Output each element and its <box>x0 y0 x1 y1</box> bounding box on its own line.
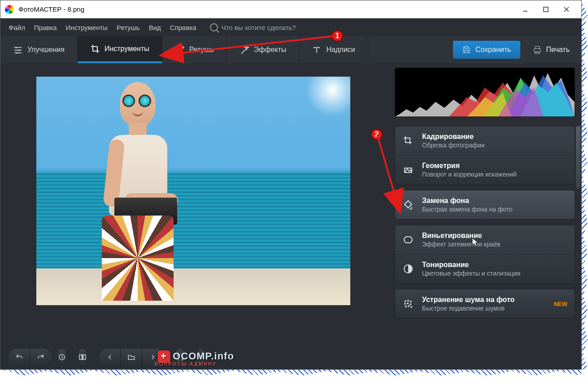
vignette-icon <box>402 234 414 246</box>
tab-retouch[interactable]: Ретушь <box>162 36 227 63</box>
menu-retouch[interactable]: Ретушь <box>117 24 140 31</box>
minimize-button[interactable] <box>515 1 536 18</box>
tab-effects-label: Эффекты <box>254 46 287 54</box>
svg-point-22 <box>410 304 411 305</box>
main-tabs: Улучшения Инструменты Ретушь Эффекты Над… <box>0 36 581 63</box>
browse-button[interactable] <box>121 349 142 366</box>
wand-icon <box>240 45 249 55</box>
plus-icon <box>197 353 205 361</box>
photo-canvas[interactable] <box>36 77 350 305</box>
tab-effects[interactable]: Эффекты <box>227 36 300 63</box>
brush-icon <box>175 45 185 55</box>
tool-crop-title: Кадрирование <box>422 133 567 141</box>
menu-file[interactable]: Файл <box>9 24 25 31</box>
tab-enhance-label: Улучшения <box>27 46 65 54</box>
noise-icon <box>402 298 414 310</box>
svg-point-20 <box>405 303 405 304</box>
tab-tools-label: Инструменты <box>105 45 149 53</box>
undo-button[interactable] <box>9 349 30 366</box>
fit-icon <box>176 353 184 361</box>
close-button[interactable] <box>556 1 577 18</box>
crop-tool-icon <box>402 135 414 147</box>
svg-rect-1 <box>544 7 548 12</box>
chevron-left-icon <box>106 353 114 361</box>
svg-rect-15 <box>404 237 412 243</box>
zoom-in-button[interactable] <box>197 349 205 366</box>
tool-vignette-title: Виньетирование <box>422 232 567 240</box>
menu-edit[interactable]: Правка <box>34 24 57 31</box>
tool-replace-bg-title: Замена фона <box>422 197 567 205</box>
tool-toning[interactable]: Тонирование Цветовые эффекты и стилизаци… <box>395 255 575 283</box>
fit-button[interactable] <box>176 349 184 366</box>
canvas-area: +OCOMP.info ВОПРОСЫ АДМИНУ <box>0 63 388 369</box>
histogram-graph-icon <box>395 68 575 117</box>
tab-retouch-label: Ретушь <box>189 46 214 54</box>
compare-button[interactable] <box>78 349 87 366</box>
print-icon <box>533 45 542 54</box>
text-icon <box>312 45 322 55</box>
history-button[interactable] <box>58 349 66 366</box>
tool-toning-title: Тонирование <box>422 261 567 269</box>
prev-button[interactable] <box>99 349 121 366</box>
save-button[interactable]: Сохранить <box>453 41 520 59</box>
sliders-icon <box>13 45 23 55</box>
folder-icon <box>127 353 135 361</box>
svg-point-23 <box>405 306 406 307</box>
history-icon <box>58 353 66 361</box>
print-button[interactable]: Печать <box>523 41 579 59</box>
crop-icon <box>90 44 100 54</box>
tool-vignette[interactable]: Виньетирование Эффект затемнения краёв <box>395 225 575 255</box>
menu-view[interactable]: Вид <box>149 24 161 31</box>
app-window: ФотоМАСТЕР - 8.png Файл Правка Инструмен… <box>0 0 582 370</box>
svg-point-17 <box>405 301 406 302</box>
tool-toning-sub: Цветовые эффекты и стилизация <box>422 270 567 277</box>
svg-point-21 <box>407 303 408 304</box>
tab-enhance[interactable]: Улучшения <box>0 36 78 63</box>
print-label: Печать <box>546 46 570 54</box>
svg-point-18 <box>408 300 409 301</box>
tool-replace-bg-sub: Быстрая замена фона на фото <box>422 206 567 213</box>
compare-icon <box>78 353 87 361</box>
scrollbar[interactable] <box>576 126 580 189</box>
tool-geometry[interactable]: Геометрия Поворот и коррекция искажений <box>395 155 575 184</box>
save-label: Сохранить <box>475 46 511 54</box>
annotation-step2: 2 <box>371 129 383 140</box>
menubar: Файл Правка Инструменты Ретушь Вид Справ… <box>0 18 581 36</box>
next-button[interactable] <box>142 349 164 366</box>
toning-icon <box>402 263 414 275</box>
undo-icon <box>15 353 23 361</box>
tool-denoise[interactable]: Устранение шума на фото Быстрое подавлен… <box>395 289 575 318</box>
svg-point-25 <box>411 307 412 307</box>
tool-crop[interactable]: Кадрирование Обрезка фотографии <box>395 126 575 155</box>
tab-tools[interactable]: Инструменты <box>78 36 162 63</box>
search-icon <box>210 23 218 31</box>
tool-geometry-sub: Поворот и коррекция искажений <box>422 171 567 178</box>
svg-point-19 <box>410 301 411 302</box>
svg-rect-5 <box>79 355 82 360</box>
app-logo-icon <box>5 5 14 14</box>
cursor-icon <box>471 237 480 246</box>
redo-icon <box>37 353 45 361</box>
bucket-icon <box>402 199 414 211</box>
maximize-button[interactable] <box>536 1 556 18</box>
chevron-right-icon <box>149 353 157 361</box>
annotation-step1: 1 <box>331 30 343 42</box>
search-wrap[interactable]: Что вы хотите сделать? <box>210 23 296 31</box>
main-area: +OCOMP.info ВОПРОСЫ АДМИНУ <box>0 63 581 369</box>
save-icon <box>462 45 471 54</box>
svg-point-24 <box>408 306 409 307</box>
new-badge: NEW <box>554 301 567 307</box>
bottom-toolbar <box>0 345 196 369</box>
geometry-icon <box>402 164 414 176</box>
right-panel: Кадрирование Обрезка фотографии Геометри… <box>388 63 581 369</box>
menu-help[interactable]: Справка <box>170 24 196 31</box>
redo-button[interactable] <box>30 349 52 366</box>
svg-rect-6 <box>83 355 86 360</box>
tool-geometry-title: Геометрия <box>422 162 567 170</box>
tool-replace-bg[interactable]: Замена фона Быстрая замена фона на фото <box>395 190 575 219</box>
tools-list: Кадрирование Обрезка фотографии Геометри… <box>388 121 581 369</box>
menu-tools[interactable]: Инструменты <box>66 24 108 31</box>
window-title: ФотоМАСТЕР - 8.png <box>18 5 515 13</box>
tool-vignette-sub: Эффект затемнения краёв <box>422 241 567 248</box>
histogram <box>395 68 575 117</box>
